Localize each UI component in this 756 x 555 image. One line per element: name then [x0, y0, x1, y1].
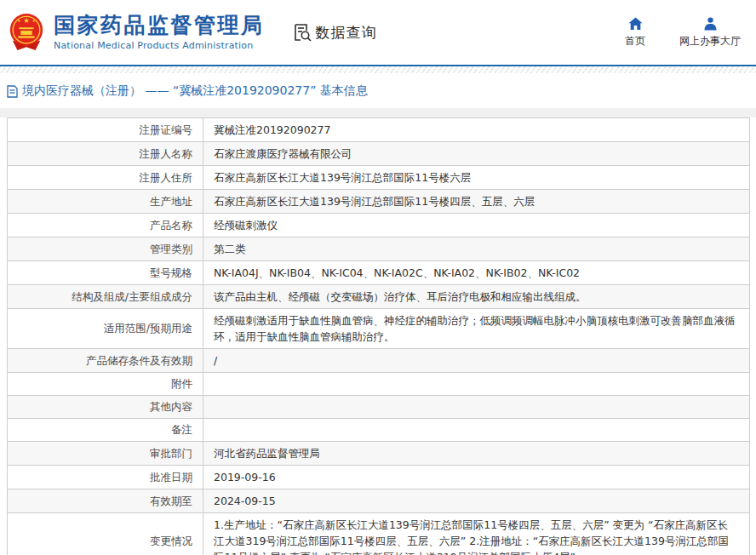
field-label-text: 管理类别	[150, 242, 192, 257]
field-label: 审批部门	[8, 442, 203, 465]
field-label: 适用范围/预期用途	[8, 309, 203, 348]
field-value: /	[203, 349, 749, 372]
field-label-text: 注册人名称	[140, 146, 193, 162]
document-search-icon	[292, 22, 312, 43]
table-row: 变更情况1.生产地址：“石家庄高新区长江大道139号润江总部国际11号楼四层、五…	[8, 513, 749, 555]
field-label-text: 型号规格	[150, 266, 192, 281]
field-label: 有效期至	[8, 489, 203, 512]
data-query-label: 数据查询	[316, 23, 377, 43]
field-label: 生产地址	[8, 190, 203, 213]
home-icon	[628, 16, 643, 31]
svg-text:★: ★	[23, 16, 30, 25]
field-value: 经颅磁刺激仪	[203, 214, 749, 237]
field-label: 注册人住所	[8, 166, 203, 189]
field-label-text: 结构及组成/主要组成成分	[72, 289, 192, 305]
field-value: NK-IA04J、NK-IB04、NK-IC04、NK-IA02C、NK-IA0…	[203, 261, 749, 284]
document-icon	[7, 85, 18, 98]
table-row: 注册证编号冀械注准20192090277	[8, 118, 749, 142]
nav-home-label: 首页	[625, 34, 645, 49]
field-label: 结构及组成/主要组成成分	[8, 285, 203, 308]
field-value: 石家庄高新区长江大道139号润江总部国际11号楼六层	[203, 166, 749, 189]
nmpa-logo[interactable]: ★ ★ ★ 国家药品监督管理局 National Medical Product…	[7, 11, 265, 54]
table-row: 型号规格NK-IA04J、NK-IB04、NK-IC04、NK-IA02C、NK…	[8, 261, 749, 285]
table-row: 注册人住所石家庄高新区长江大道139号润江总部国际11号楼六层	[8, 166, 749, 190]
table-row: 有效期至2024-09-15	[8, 489, 749, 513]
table-row: 生产地址石家庄高新区长江大道139号润江总部国际11号楼四层、五层、六层	[8, 190, 749, 214]
org-name-cn: 国家药品监督管理局	[54, 14, 265, 37]
field-value	[203, 419, 749, 441]
field-label-text: 适用范围/预期用途	[104, 321, 192, 336]
table-row: 其他内容	[8, 396, 749, 419]
field-value: 经颅磁刺激适用于缺血性脑血管病、神经症的辅助治疗；低频调频调幅电脉冲小脑顶核电刺…	[203, 309, 749, 348]
svg-text:★: ★	[17, 20, 20, 24]
breadcrumb: 境内医疗器械（注册） —— “冀械注准20192090277” 基本信息	[0, 73, 756, 108]
info-table: 注册证编号冀械注准20192090277注册人名称石家庄渡康医疗器械有限公司注册…	[7, 117, 750, 555]
page: ★ ★ ★ 国家药品监督管理局 National Medical Product…	[0, 0, 756, 555]
field-value: 冀械注准20192090277	[203, 118, 749, 141]
field-value: 第二类	[203, 237, 749, 260]
field-label-text: 注册人住所	[140, 170, 193, 186]
national-emblem-icon: ★ ★ ★	[7, 11, 46, 54]
field-label-text: 变更情况	[150, 534, 192, 549]
field-label: 变更情况	[8, 513, 203, 555]
table-row: 管理类别第二类	[8, 237, 749, 261]
field-label-text: 产品名称	[150, 218, 192, 233]
field-label: 产品名称	[8, 214, 203, 237]
breadcrumb-text: 境内医疗器械（注册） —— “冀械注准20192090277” 基本信息	[22, 83, 368, 99]
field-label-text: 有效期至	[150, 494, 192, 509]
field-label: 产品储存条件及有效期	[8, 349, 203, 372]
field-value: 1.生产地址：“石家庄高新区长江大道139号润江总部国际11号楼四层、五层、六层…	[203, 513, 749, 555]
table-row: 结构及组成/主要组成成分该产品由主机、经颅磁（交变磁场）治疗体、耳后治疗电极和相…	[8, 285, 749, 309]
org-name-en: National Medical Products Administration	[54, 40, 265, 51]
field-label: 批准日期	[8, 466, 203, 489]
field-label-text: 其他内容	[150, 399, 192, 415]
svg-text:★: ★	[32, 20, 36, 24]
field-value	[203, 373, 749, 395]
table-row: 批准日期2019-09-16	[8, 466, 749, 489]
field-value: 该产品由主机、经颅磁（交变磁场）治疗体、耳后治疗电极和相应输出线组成。	[203, 285, 749, 308]
field-label-text: 批准日期	[150, 470, 192, 485]
field-label-text: 附件	[171, 376, 192, 392]
field-label-text: 备注	[171, 422, 192, 438]
table-row: 适用范围/预期用途经颅磁刺激适用于缺血性脑血管病、神经症的辅助治疗；低频调频调幅…	[8, 309, 749, 349]
field-label-text: 产品储存条件及有效期	[86, 353, 192, 369]
table-row: 产品名称经颅磁刺激仪	[8, 214, 749, 237]
table-row: 附件	[8, 373, 749, 396]
field-label: 型号规格	[8, 261, 203, 284]
person-icon	[703, 16, 718, 31]
org-names: 国家药品监督管理局 National Medical Products Admi…	[54, 14, 265, 51]
field-label-text: 生产地址	[150, 194, 192, 209]
table-row: 备注	[8, 419, 749, 442]
field-value	[203, 396, 749, 418]
field-label: 注册证编号	[8, 118, 203, 141]
field-value: 2024-09-15	[203, 489, 749, 512]
field-label-text: 审批部门	[150, 446, 192, 461]
table-row: 注册人名称石家庄渡康医疗器械有限公司	[8, 142, 749, 166]
field-label: 附件	[8, 373, 203, 395]
section-gap	[0, 108, 756, 117]
nav-service-hall[interactable]: 网上办事大厅	[679, 16, 741, 49]
field-label: 管理类别	[8, 237, 203, 260]
field-label: 其他内容	[8, 396, 203, 418]
field-label: 注册人名称	[8, 142, 203, 165]
field-label-text: 注册证编号	[140, 123, 193, 138]
field-value: 石家庄高新区长江大道139号润江总部国际11号楼四层、五层、六层	[203, 190, 749, 213]
table-row: 产品储存条件及有效期/	[8, 349, 749, 373]
nav-service-hall-label: 网上办事大厅	[679, 34, 741, 49]
hatch-stripe	[0, 66, 756, 73]
field-label: 备注	[8, 419, 203, 441]
nav-home[interactable]: 首页	[625, 16, 645, 49]
field-value: 2019-09-16	[203, 466, 749, 489]
field-value: 河北省药品监督管理局	[203, 442, 749, 465]
header: ★ ★ ★ 国家药品监督管理局 National Medical Product…	[0, 0, 756, 65]
data-query-tab[interactable]: 数据查询	[292, 22, 377, 43]
field-value: 石家庄渡康医疗器械有限公司	[203, 142, 749, 165]
table-row: 审批部门河北省药品监督管理局	[8, 442, 749, 466]
